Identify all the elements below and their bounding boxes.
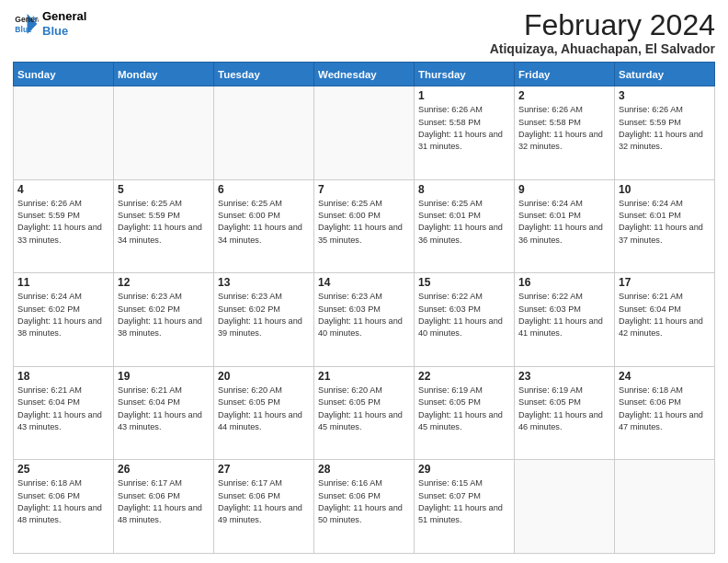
calendar-cell: 17Sunrise: 6:21 AM Sunset: 6:04 PM Dayli… <box>615 273 715 367</box>
day-number: 27 <box>218 463 310 476</box>
day-info: Sunrise: 6:25 AM Sunset: 6:00 PM Dayligh… <box>218 198 310 247</box>
calendar-cell: 8Sunrise: 6:25 AM Sunset: 6:01 PM Daylig… <box>415 179 515 273</box>
day-number: 24 <box>619 370 711 383</box>
calendar-cell: 15Sunrise: 6:22 AM Sunset: 6:03 PM Dayli… <box>415 273 515 367</box>
day-number: 5 <box>118 183 210 196</box>
calendar-cell: 9Sunrise: 6:24 AM Sunset: 6:01 PM Daylig… <box>515 179 615 273</box>
day-number: 13 <box>218 276 310 289</box>
day-number: 20 <box>218 370 310 383</box>
day-info: Sunrise: 6:25 AM Sunset: 5:59 PM Dayligh… <box>118 198 210 247</box>
day-info: Sunrise: 6:15 AM Sunset: 6:07 PM Dayligh… <box>418 477 510 526</box>
calendar-week-row: 25Sunrise: 6:18 AM Sunset: 6:06 PM Dayli… <box>14 460 715 554</box>
calendar-cell: 11Sunrise: 6:24 AM Sunset: 6:02 PM Dayli… <box>14 273 114 367</box>
day-number: 1 <box>418 89 510 102</box>
day-number: 7 <box>318 183 410 196</box>
day-number: 19 <box>118 370 210 383</box>
calendar-cell: 6Sunrise: 6:25 AM Sunset: 6:00 PM Daylig… <box>214 179 314 273</box>
day-info: Sunrise: 6:26 AM Sunset: 5:58 PM Dayligh… <box>418 104 510 153</box>
calendar-cell: 29Sunrise: 6:15 AM Sunset: 6:07 PM Dayli… <box>415 460 515 554</box>
day-number: 4 <box>17 183 109 196</box>
calendar-cell: 12Sunrise: 6:23 AM Sunset: 6:02 PM Dayli… <box>114 273 214 367</box>
day-number: 9 <box>518 183 610 196</box>
day-info: Sunrise: 6:26 AM Sunset: 5:59 PM Dayligh… <box>619 104 711 153</box>
calendar-cell: 16Sunrise: 6:22 AM Sunset: 6:03 PM Dayli… <box>515 273 615 367</box>
page: General Blue General Blue February 2024 … <box>0 0 728 563</box>
calendar-header-tuesday: Tuesday <box>214 63 314 86</box>
logo: General Blue General Blue <box>13 9 86 38</box>
calendar-week-row: 4Sunrise: 6:26 AM Sunset: 5:59 PM Daylig… <box>14 179 715 273</box>
day-number: 14 <box>318 276 410 289</box>
day-info: Sunrise: 6:22 AM Sunset: 6:03 PM Dayligh… <box>418 291 510 339</box>
header-right: February 2024 Atiquizaya, Ahuachapan, El… <box>490 9 715 56</box>
day-number: 23 <box>518 370 610 383</box>
day-number: 2 <box>518 89 610 102</box>
calendar-cell: 22Sunrise: 6:19 AM Sunset: 6:05 PM Dayli… <box>415 366 515 460</box>
calendar-cell: 13Sunrise: 6:23 AM Sunset: 6:02 PM Dayli… <box>214 273 314 367</box>
day-info: Sunrise: 6:23 AM Sunset: 6:03 PM Dayligh… <box>318 291 410 339</box>
calendar-cell: 7Sunrise: 6:25 AM Sunset: 6:00 PM Daylig… <box>314 179 415 273</box>
day-info: Sunrise: 6:23 AM Sunset: 6:02 PM Dayligh… <box>118 291 210 339</box>
calendar-cell: 20Sunrise: 6:20 AM Sunset: 6:05 PM Dayli… <box>214 366 314 460</box>
calendar-cell: 23Sunrise: 6:19 AM Sunset: 6:05 PM Dayli… <box>515 366 615 460</box>
calendar-cell <box>515 460 615 554</box>
day-number: 26 <box>118 463 210 476</box>
calendar-cell <box>114 86 214 180</box>
day-info: Sunrise: 6:25 AM Sunset: 6:01 PM Dayligh… <box>418 198 510 247</box>
calendar-week-row: 18Sunrise: 6:21 AM Sunset: 6:04 PM Dayli… <box>14 366 715 460</box>
day-number: 12 <box>118 276 210 289</box>
calendar-header-wednesday: Wednesday <box>314 63 415 86</box>
day-number: 17 <box>619 276 711 289</box>
calendar-week-row: 11Sunrise: 6:24 AM Sunset: 6:02 PM Dayli… <box>14 273 715 367</box>
day-number: 8 <box>418 183 510 196</box>
day-info: Sunrise: 6:19 AM Sunset: 6:05 PM Dayligh… <box>418 385 510 433</box>
calendar-cell: 18Sunrise: 6:21 AM Sunset: 6:04 PM Dayli… <box>14 366 114 460</box>
calendar-header-sunday: Sunday <box>14 63 114 86</box>
day-info: Sunrise: 6:17 AM Sunset: 6:06 PM Dayligh… <box>118 477 210 526</box>
day-info: Sunrise: 6:21 AM Sunset: 6:04 PM Dayligh… <box>619 291 711 339</box>
day-info: Sunrise: 6:19 AM Sunset: 6:05 PM Dayligh… <box>518 385 610 433</box>
day-number: 3 <box>619 89 711 102</box>
calendar-week-row: 1Sunrise: 6:26 AM Sunset: 5:58 PM Daylig… <box>14 86 715 180</box>
month-title: February 2024 <box>490 9 715 41</box>
day-info: Sunrise: 6:24 AM Sunset: 6:01 PM Dayligh… <box>619 198 711 247</box>
calendar-table: SundayMondayTuesdayWednesdayThursdayFrid… <box>13 62 715 554</box>
day-number: 29 <box>418 463 510 476</box>
calendar-cell <box>214 86 314 180</box>
calendar-header-monday: Monday <box>114 63 214 86</box>
day-number: 18 <box>17 370 109 383</box>
day-info: Sunrise: 6:24 AM Sunset: 6:02 PM Dayligh… <box>17 291 109 339</box>
calendar-cell: 24Sunrise: 6:18 AM Sunset: 6:06 PM Dayli… <box>615 366 715 460</box>
calendar-header-row: SundayMondayTuesdayWednesdayThursdayFrid… <box>14 63 715 86</box>
day-number: 16 <box>518 276 610 289</box>
calendar-cell: 19Sunrise: 6:21 AM Sunset: 6:04 PM Dayli… <box>114 366 214 460</box>
calendar-cell: 10Sunrise: 6:24 AM Sunset: 6:01 PM Dayli… <box>615 179 715 273</box>
day-info: Sunrise: 6:22 AM Sunset: 6:03 PM Dayligh… <box>518 291 610 339</box>
calendar-cell: 4Sunrise: 6:26 AM Sunset: 5:59 PM Daylig… <box>14 179 114 273</box>
calendar-cell: 1Sunrise: 6:26 AM Sunset: 5:58 PM Daylig… <box>415 86 515 180</box>
day-info: Sunrise: 6:21 AM Sunset: 6:04 PM Dayligh… <box>118 385 210 433</box>
svg-text:Blue: Blue <box>15 24 32 33</box>
calendar-cell: 2Sunrise: 6:26 AM Sunset: 5:58 PM Daylig… <box>515 86 615 180</box>
logo-line1: General <box>42 9 86 24</box>
calendar-cell: 3Sunrise: 6:26 AM Sunset: 5:59 PM Daylig… <box>615 86 715 180</box>
header: General Blue General Blue February 2024 … <box>13 9 715 56</box>
day-info: Sunrise: 6:17 AM Sunset: 6:06 PM Dayligh… <box>218 477 310 526</box>
day-info: Sunrise: 6:26 AM Sunset: 5:58 PM Dayligh… <box>518 104 610 153</box>
day-info: Sunrise: 6:20 AM Sunset: 6:05 PM Dayligh… <box>218 385 310 433</box>
calendar-header-saturday: Saturday <box>615 63 715 86</box>
calendar-cell <box>615 460 715 554</box>
calendar-cell: 26Sunrise: 6:17 AM Sunset: 6:06 PM Dayli… <box>114 460 214 554</box>
calendar-cell: 21Sunrise: 6:20 AM Sunset: 6:05 PM Dayli… <box>314 366 415 460</box>
day-info: Sunrise: 6:16 AM Sunset: 6:06 PM Dayligh… <box>318 477 410 526</box>
location: Atiquizaya, Ahuachapan, El Salvador <box>490 41 715 56</box>
logo-line2: Blue <box>42 24 86 39</box>
day-number: 6 <box>218 183 310 196</box>
day-info: Sunrise: 6:18 AM Sunset: 6:06 PM Dayligh… <box>17 477 109 526</box>
calendar-cell: 28Sunrise: 6:16 AM Sunset: 6:06 PM Dayli… <box>314 460 415 554</box>
calendar-cell <box>14 86 114 180</box>
day-info: Sunrise: 6:23 AM Sunset: 6:02 PM Dayligh… <box>218 291 310 339</box>
logo-text: General Blue <box>42 9 86 38</box>
day-number: 11 <box>17 276 109 289</box>
logo-icon: General Blue <box>13 11 39 37</box>
day-info: Sunrise: 6:24 AM Sunset: 6:01 PM Dayligh… <box>518 198 610 247</box>
